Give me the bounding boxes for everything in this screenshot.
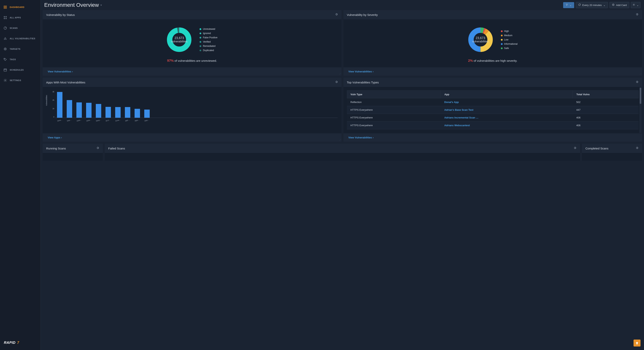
chevron-right-icon: › (373, 70, 374, 73)
legend-dot (200, 37, 201, 38)
bar[interactable] (134, 109, 140, 118)
x-label: Webscantest (67, 119, 72, 122)
cell-vuln-type: Reflection (347, 98, 441, 106)
card-settings-icon[interactable] (335, 80, 338, 84)
bar[interactable] (67, 100, 72, 118)
legend-dot (501, 47, 503, 49)
view-apps-link[interactable]: View Apps› (48, 136, 62, 139)
table-header[interactable]: App (441, 91, 573, 98)
resize-handle[interactable]: ⋰ (339, 139, 341, 141)
sidebar-item-all-apps[interactable]: ALL APPS (0, 12, 40, 23)
card-settings-icon[interactable] (636, 146, 638, 150)
chevron-down-icon[interactable]: ▾ (100, 3, 102, 6)
card-settings-icon[interactable] (335, 13, 338, 17)
resize-handle[interactable]: ⋰ (640, 139, 642, 141)
sidebar-item-scans[interactable]: SCANS (0, 23, 40, 33)
resize-handle[interactable]: ⋰ (640, 73, 642, 75)
legend-item: Informational (501, 43, 518, 45)
calendar-icon (4, 68, 7, 72)
bar[interactable] (115, 107, 120, 118)
app-link[interactable]: Adrians Webscantest (444, 124, 470, 127)
sidebar-item-targets[interactable]: TARGETS (0, 44, 40, 54)
sidebar-item-vulnerabilities[interactable]: ALL VULNERABILITIES (0, 33, 40, 44)
legend-dot (501, 35, 503, 36)
view-vulnerabilities-link[interactable]: View Vulnerabilities› (48, 70, 73, 73)
target-icon (4, 47, 7, 51)
cell-total: 447 (573, 106, 638, 114)
app-link[interactable]: Adrian's Base Scan Test (444, 108, 473, 111)
topbar: Environment Overview ▾ ⌄ Every 20 minute… (41, 0, 644, 10)
bar[interactable] (76, 102, 82, 118)
dashboard-grid: Vulnerability by Status 23,673 vulne (41, 10, 644, 163)
legend-item: High (501, 30, 518, 32)
cell-vuln-type: HTTPS Everywhere (347, 106, 441, 114)
chevron-right-icon: › (61, 136, 62, 139)
table-row[interactable]: ReflectionDonal's App502 (347, 98, 638, 106)
plus-circle-icon (612, 3, 614, 6)
card-settings-icon[interactable] (574, 146, 576, 150)
gear-icon (632, 3, 635, 6)
resize-handle[interactable]: ⋰ (339, 73, 341, 75)
sidebar-nav: DASHBOARD ALL APPS SCANS ALL VULNERABILI… (0, 0, 40, 336)
view-vulnerabilities-link[interactable]: View Vulnerabilities› (348, 70, 374, 73)
svg-point-7 (6, 18, 6, 19)
table-row[interactable]: HTTPS EverywhereAdrians Incremental Scan… (347, 114, 638, 122)
card-settings-icon[interactable] (636, 80, 638, 84)
cell-app: Donal's App (441, 98, 573, 106)
card-apps-most-vulns: Apps With Most Vulnerabilities Vulnerabi… (43, 78, 342, 142)
filter-button[interactable]: ⌄ (563, 2, 574, 8)
table-scrollbar[interactable] (639, 87, 642, 133)
x-label: Adrians Incre… (76, 119, 82, 122)
card-title: Running Scans (46, 147, 66, 150)
bar[interactable] (125, 107, 130, 118)
chevron-right-icon: › (373, 136, 374, 139)
sidebar-item-tags[interactable]: TAGS (0, 54, 40, 65)
svg-point-4 (4, 16, 5, 17)
legend-item: False Positive (200, 36, 218, 39)
add-card-button[interactable]: Add Card (610, 2, 629, 8)
chevron-down-icon: ⌄ (603, 4, 606, 6)
filter-icon (566, 4, 568, 6)
svg-point-10 (4, 39, 5, 40)
sidebar-item-dashboard[interactable]: DASHBOARD (0, 2, 40, 12)
bar[interactable] (86, 103, 92, 118)
legend-dot (200, 50, 201, 51)
bar[interactable] (57, 92, 62, 118)
bar[interactable] (96, 104, 101, 118)
legend-dot (200, 41, 201, 43)
legend-dot (200, 45, 201, 47)
sidebar-item-settings[interactable]: SETTINGS (0, 75, 40, 86)
table-row[interactable]: HTTPS EverywhereAdrians Webscantest406 (347, 122, 638, 129)
card-running-scans: Running Scans (43, 144, 103, 161)
table-header[interactable]: Total Vulns (573, 91, 638, 98)
summary-percent: 2% (468, 59, 473, 62)
card-title: Top Vulnerabilities Types (347, 81, 379, 84)
donut-center-number: 23,673 (174, 36, 184, 40)
card-settings-icon[interactable] (96, 146, 99, 150)
refresh-interval-button[interactable]: Every 20 minutes ⌄ (576, 2, 608, 8)
app-link[interactable]: Donal's App (444, 101, 459, 104)
scroll-thumb[interactable] (640, 88, 641, 104)
scroll-top-fab[interactable] (634, 340, 640, 347)
cell-app: Adrians Webscantest (441, 122, 573, 129)
card-title: Vulnerability by Severity (347, 13, 378, 16)
settings-dropdown-button[interactable]: ⌄ (631, 2, 640, 8)
card-completed-scans: Completed Scans (582, 144, 642, 161)
table-row[interactable]: HTTPS EverywhereAdrian's Base Scan Test4… (347, 106, 638, 114)
bar[interactable] (106, 107, 111, 118)
svg-point-25 (634, 4, 634, 5)
view-vulnerabilities-link[interactable]: View Vulnerabilities› (348, 136, 374, 139)
refresh-icon (578, 3, 581, 6)
cell-app: Adrians Incremental Scan … (441, 114, 573, 122)
card-settings-icon[interactable] (636, 13, 638, 17)
legend-dot (200, 28, 201, 30)
card-title: Completed Scans (586, 147, 608, 150)
sidebar-item-schedules[interactable]: SCHEDULES (0, 65, 40, 75)
app-link[interactable]: Adrians Incremental Scan … (444, 116, 478, 119)
svg-point-14 (4, 59, 5, 59)
sidebar: DASHBOARD ALL APPS SCANS ALL VULNERABILI… (0, 0, 41, 350)
bar[interactable] (144, 110, 150, 118)
table-header[interactable]: Vuln Type (347, 91, 441, 98)
x-label: RBAC Test (134, 119, 140, 122)
cell-app: Adrian's Base Scan Test (441, 106, 573, 114)
